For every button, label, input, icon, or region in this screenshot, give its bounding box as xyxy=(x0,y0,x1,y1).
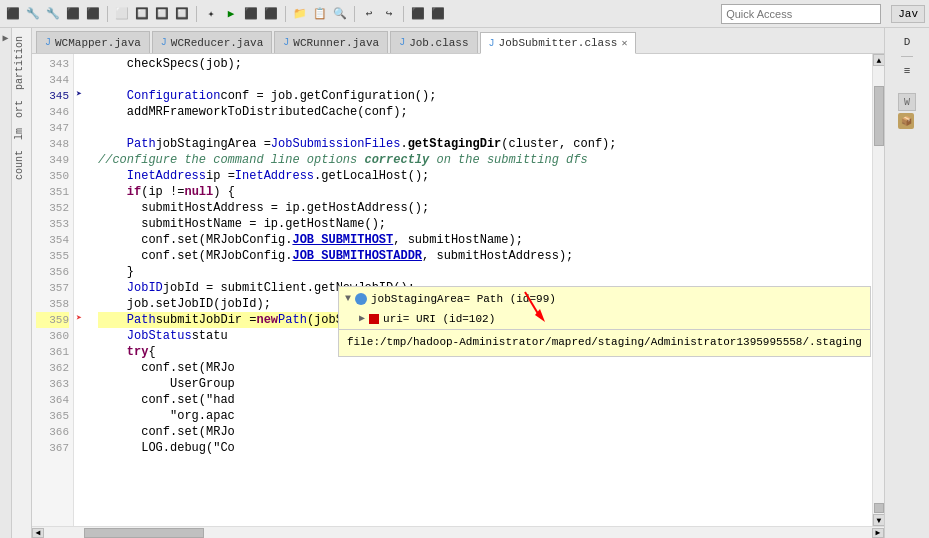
tab-wcreducer[interactable]: J WCReducer.java xyxy=(152,31,272,53)
toolbar-icon-16[interactable]: 🔍 xyxy=(331,5,349,23)
code-area: 343 344 345 346 347 348 349 350 351 352 … xyxy=(32,54,884,526)
sep-3 xyxy=(285,6,286,22)
tab-wcrunner[interactable]: J WCRunner.java xyxy=(274,31,388,53)
tab-label-wcreducer: WCReducer.java xyxy=(171,37,263,49)
toolbar-icon-13[interactable]: ⬛ xyxy=(262,5,280,23)
code-line-364: conf.set("had xyxy=(98,392,864,408)
left-arrow-panel: ▶ xyxy=(0,28,12,538)
toolbar-icon-17[interactable]: ↩ xyxy=(360,5,378,23)
toolbar-icon-18[interactable]: ↪ xyxy=(380,5,398,23)
main-toolbar: ⬛ 🔧 🔧 ⬛ ⬛ ⬜ 🔲 🔲 🔲 ✦ ▶ ⬛ ⬛ 📁 📋 🔍 ↩ ↪ ⬛ ⬛ … xyxy=(0,0,929,28)
toolbar-icon-15[interactable]: 📋 xyxy=(311,5,329,23)
code-line-346: addMRFrameworkToDistributedCache(conf); xyxy=(98,104,864,120)
right-sep xyxy=(901,56,913,57)
tree-indicator: W 📦 xyxy=(896,91,918,131)
toolbar-icon-20[interactable]: ⬛ xyxy=(429,5,447,23)
popup-row-1: ▼ jobStagingArea= Path (id=99) xyxy=(339,289,870,309)
quick-access-search[interactable] xyxy=(721,4,881,24)
right-icon-d[interactable]: D xyxy=(897,32,917,52)
toolbar-icon-8[interactable]: 🔲 xyxy=(153,5,171,23)
scroll-resize[interactable] xyxy=(874,503,884,513)
toolbar-icon-9[interactable]: 🔲 xyxy=(173,5,191,23)
debug-arrow: ➤ xyxy=(76,88,82,100)
toolbar-icon-6[interactable]: ⬜ xyxy=(113,5,131,23)
editor-tabs: J WCMapper.java J WCReducer.java J WCRun… xyxy=(32,28,884,54)
toolbar-icon-2[interactable]: 🔧 xyxy=(24,5,42,23)
code-lines[interactable]: checkSpecs(job); Configuration conf = jo… xyxy=(90,54,872,526)
code-line-343: checkSpecs(job); xyxy=(98,56,864,72)
tree-pkg: 📦 xyxy=(898,113,914,129)
linenum-344: 344 xyxy=(36,72,69,88)
popup-expand-1[interactable]: ▼ xyxy=(345,291,351,307)
arrow-col: ➤ ➤ xyxy=(74,54,90,526)
editor-container: J WCMapper.java J WCReducer.java J WCRun… xyxy=(32,28,884,538)
sep-1 xyxy=(107,6,108,22)
popup-expand-2[interactable]: ▶ xyxy=(359,311,365,327)
popup-footer: file:/tmp/hadoop-Administrator/mapred/st… xyxy=(339,329,870,354)
right-icon-menu[interactable]: ≡ xyxy=(897,61,917,81)
toolbar-icon-5[interactable]: ⬛ xyxy=(84,5,102,23)
hscroll-left-btn[interactable]: ◀ xyxy=(32,528,44,538)
linenum-362: 362 xyxy=(36,360,69,376)
linenum-367: 367 xyxy=(36,440,69,456)
tab-icon-jobsubmitter: J xyxy=(489,38,495,49)
java-label: Jav xyxy=(891,5,925,23)
linenum-351: 351 xyxy=(36,184,69,200)
linenum-363: 363 xyxy=(36,376,69,392)
toolbar-icon-3[interactable]: 🔧 xyxy=(44,5,62,23)
scroll-thumb[interactable] xyxy=(874,86,884,146)
tree-box: W xyxy=(898,93,916,111)
popup-icon-1 xyxy=(355,293,367,305)
linenum-359: 359 xyxy=(36,312,69,328)
linenum-350: 350 xyxy=(36,168,69,184)
horizontal-scrollbar[interactable]: ◀ ▶ xyxy=(32,526,884,538)
linenum-360: 360 xyxy=(36,328,69,344)
left-label-ort[interactable]: ort xyxy=(12,96,31,122)
toolbar-icon-12[interactable]: ⬛ xyxy=(242,5,260,23)
tab-wcmapper[interactable]: J WCMapper.java xyxy=(36,31,150,53)
current-line-arrow: ➤ xyxy=(76,312,82,324)
code-line-354: conf.set(MRJobConfig.JOB_SUBMITHOST, sub… xyxy=(98,232,864,248)
toolbar-icon-14[interactable]: 📁 xyxy=(291,5,309,23)
code-line-352: submitHostAddress = ip.getHostAddress(); xyxy=(98,200,864,216)
collapse-arrow[interactable]: ▶ xyxy=(2,32,8,44)
linenum-352: 352 xyxy=(36,200,69,216)
tab-jobsubmitter[interactable]: J JobSubmitter.class ✕ xyxy=(480,32,637,54)
hscroll-right-btn[interactable]: ▶ xyxy=(872,528,884,538)
linenum-366: 366 xyxy=(36,424,69,440)
toolbar-icon-4[interactable]: ⬛ xyxy=(64,5,82,23)
code-line-344 xyxy=(98,72,864,88)
linenum-355: 355 xyxy=(36,248,69,264)
debug-popup[interactable]: ▼ jobStagingArea= Path (id=99) ▶ uri= UR… xyxy=(338,286,871,357)
left-label-lm[interactable]: lm xyxy=(12,124,31,144)
linenum-356: 356 xyxy=(36,264,69,280)
linenum-347: 347 xyxy=(36,120,69,136)
linenum-353: 353 xyxy=(36,216,69,232)
tab-icon-wcreducer: J xyxy=(161,37,167,48)
toolbar-icon-7[interactable]: 🔲 xyxy=(133,5,151,23)
code-line-349: //configure the command line options cor… xyxy=(98,152,864,168)
code-line-367: LOG.debug("Co xyxy=(98,440,864,456)
toolbar-icon-10[interactable]: ✦ xyxy=(202,5,220,23)
tab-icon-wcmapper: J xyxy=(45,37,51,48)
left-label-partition[interactable]: partition xyxy=(12,32,31,94)
quick-access-input[interactable] xyxy=(726,8,876,20)
left-labels-panel: partition ort lm count xyxy=(12,28,32,538)
code-line-365: "org.apac xyxy=(98,408,864,424)
tab-label-wcmapper: WCMapper.java xyxy=(55,37,141,49)
scroll-down-btn[interactable]: ▼ xyxy=(873,514,884,526)
code-line-355: conf.set(MRJobConfig.JOB_SUBMITHOSTADDR,… xyxy=(98,248,864,264)
toolbar-icon-1[interactable]: ⬛ xyxy=(4,5,22,23)
sep-5 xyxy=(403,6,404,22)
tab-job-class[interactable]: J Job.class xyxy=(390,31,477,53)
linenum-364: 364 xyxy=(36,392,69,408)
toolbar-icon-19[interactable]: ⬛ xyxy=(409,5,427,23)
hscroll-thumb[interactable] xyxy=(84,528,204,538)
run-icon[interactable]: ▶ xyxy=(222,5,240,23)
tab-close-jobsubmitter[interactable]: ✕ xyxy=(621,37,627,49)
linenum-343: 343 xyxy=(36,56,69,72)
scroll-up-btn[interactable]: ▲ xyxy=(873,54,884,66)
code-line-366: conf.set(MRJo xyxy=(98,424,864,440)
left-label-count[interactable]: count xyxy=(12,146,31,184)
vertical-scrollbar[interactable]: ▲ ▼ xyxy=(872,54,884,526)
